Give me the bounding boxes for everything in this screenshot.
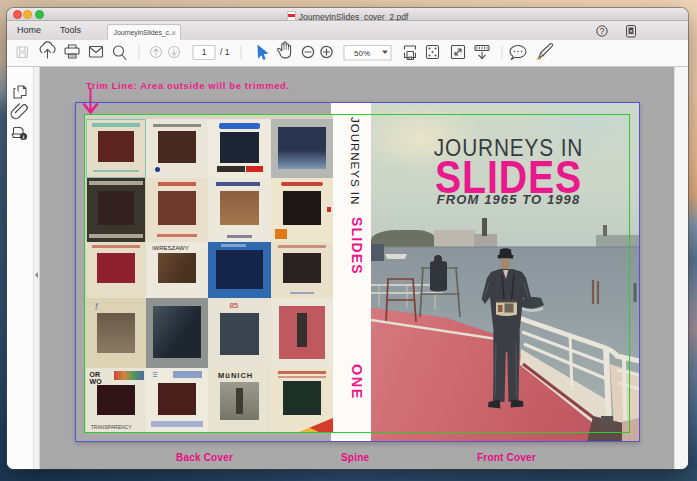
svg-text:?: ? [599,26,604,36]
svg-text:×: × [629,28,632,34]
svg-text:/ 1: / 1 [220,47,230,57]
svg-text:1: 1 [202,47,207,57]
svg-text:50%: 50% [354,49,370,58]
